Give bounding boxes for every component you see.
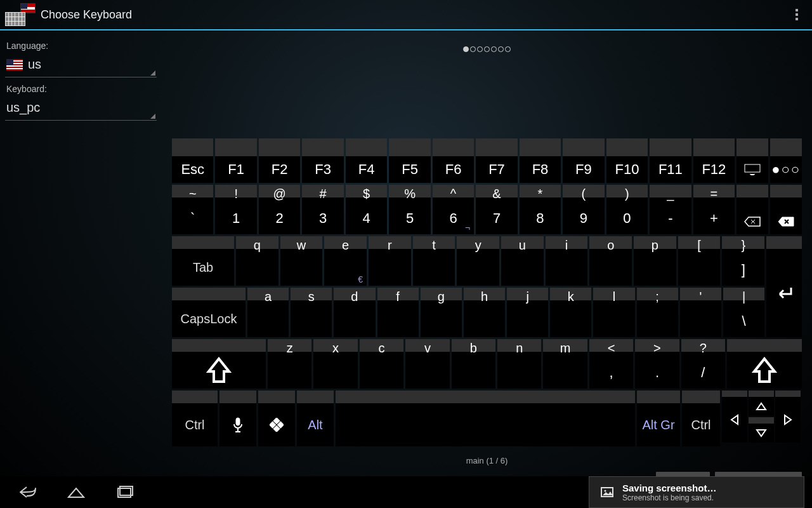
key-n[interactable]: n (497, 339, 541, 389)
key-4[interactable]: $4 (346, 185, 387, 234)
key-x[interactable]: x (313, 339, 357, 389)
key-page-switch[interactable]: ●○○ (770, 138, 802, 183)
pager-dot[interactable] (470, 46, 476, 52)
key-hide-keyboard[interactable] (737, 138, 768, 183)
key-f11[interactable]: F11 (650, 138, 691, 183)
keyboard-spinner[interactable]: us_pc (5, 97, 157, 121)
key-altgr[interactable]: Alt Gr (637, 391, 680, 446)
key-z[interactable]: z (268, 339, 311, 389)
key-e[interactable]: e€ (324, 236, 367, 286)
key-shift-left[interactable] (172, 339, 266, 389)
key-arrow-right[interactable] (775, 391, 801, 443)
key-f6[interactable]: F6 (433, 138, 474, 183)
key-f4[interactable]: F4 (346, 138, 387, 183)
pager-dot[interactable] (498, 46, 504, 52)
key-f7[interactable]: F7 (476, 138, 517, 183)
flag-icon (6, 59, 23, 70)
home-button[interactable] (56, 479, 96, 505)
key-c[interactable]: c (360, 339, 403, 389)
key-o[interactable]: o (589, 236, 632, 286)
key-f10[interactable]: F10 (606, 138, 648, 183)
key-,[interactable]: <, (589, 339, 633, 389)
key-u[interactable]: u (501, 236, 544, 286)
key-f2[interactable]: F2 (259, 138, 300, 183)
key-`[interactable]: ~` (172, 185, 213, 234)
key-p[interactable]: p (634, 236, 676, 286)
key-ctrl-right[interactable]: Ctrl (682, 391, 720, 446)
key-/[interactable]: ?/ (681, 339, 725, 389)
key-t[interactable]: t (413, 236, 455, 286)
key-d[interactable]: d (334, 288, 375, 337)
key-capslock[interactable]: CapsLock (172, 288, 246, 337)
back-button[interactable] (8, 479, 48, 505)
key-;[interactable]: ; (637, 288, 678, 337)
key-2[interactable]: @2 (259, 185, 300, 234)
svg-rect-5 (273, 425, 280, 432)
key-tab[interactable]: Tab (172, 236, 234, 286)
key-8[interactable]: *8 (520, 185, 561, 234)
key-3[interactable]: #3 (302, 185, 343, 234)
key-b[interactable]: b (452, 339, 495, 389)
overflow-menu-button[interactable] (787, 4, 807, 25)
key-arrow-down[interactable] (749, 417, 774, 443)
key-g[interactable]: g (421, 288, 462, 337)
language-value: us (28, 57, 41, 72)
key-alt[interactable]: Alt (297, 391, 334, 446)
key-k[interactable]: k (550, 288, 591, 337)
key-f[interactable]: f (377, 288, 419, 337)
language-spinner[interactable]: us (5, 53, 157, 77)
key-delete[interactable] (737, 185, 768, 234)
key-space[interactable] (336, 391, 635, 446)
pager-dot[interactable] (477, 46, 483, 52)
key-arrow-up[interactable] (749, 391, 774, 416)
key-super[interactable] (258, 391, 295, 446)
key-w[interactable]: w (280, 236, 323, 286)
key-7[interactable]: &7 (476, 185, 517, 234)
pager-dot[interactable] (505, 46, 511, 52)
key-j[interactable]: j (507, 288, 548, 337)
page-title: Choose Keyboard (41, 8, 132, 22)
key-.[interactable]: >. (635, 339, 679, 389)
key-f8[interactable]: F8 (520, 138, 561, 183)
key-f3[interactable]: F3 (302, 138, 343, 183)
key-r[interactable]: r (369, 236, 411, 286)
key-backspace[interactable] (770, 185, 802, 234)
key-arrow-left[interactable] (722, 391, 747, 443)
key-shift-right[interactable] (727, 339, 802, 389)
key-enter[interactable] (766, 236, 802, 337)
key-0[interactable]: )0 (606, 185, 648, 234)
key-v[interactable]: v (405, 339, 449, 389)
pager-dot[interactable] (484, 46, 490, 52)
key-6[interactable]: ^6¬ (433, 185, 474, 234)
language-label: Language: (6, 41, 157, 51)
key-l[interactable]: l (593, 288, 634, 337)
key-9[interactable]: (9 (563, 185, 604, 234)
key-[[interactable]: [ (678, 236, 721, 286)
key-|[interactable]: |\ (723, 288, 764, 337)
key-esc[interactable]: Esc (172, 138, 213, 183)
key-1[interactable]: !1 (215, 185, 256, 234)
key-a[interactable]: a (247, 288, 289, 337)
key-+[interactable]: =+ (693, 185, 735, 234)
recents-button[interactable] (104, 479, 145, 505)
key-f9[interactable]: F9 (563, 138, 604, 183)
key-f1[interactable]: F1 (215, 138, 256, 183)
toast-subtitle: Screenshot is being saved. (622, 493, 716, 502)
key-h[interactable]: h (464, 288, 505, 337)
screenshot-toast[interactable]: Saving screenshot… Screenshot is being s… (589, 476, 804, 508)
key--[interactable]: _- (650, 185, 691, 234)
key-f5[interactable]: F5 (389, 138, 430, 183)
key-q[interactable]: q (236, 236, 278, 286)
key-m[interactable]: m (543, 339, 587, 389)
pager-dot[interactable] (491, 46, 497, 52)
key-s[interactable]: s (291, 288, 332, 337)
key-'[interactable]: ' (680, 288, 721, 337)
key-f12[interactable]: F12 (693, 138, 735, 183)
key-5[interactable]: %5 (389, 185, 430, 234)
key-}[interactable]: }] (722, 236, 764, 286)
key-i[interactable]: i (546, 236, 588, 286)
pager-dot[interactable] (463, 46, 469, 52)
key-y[interactable]: y (457, 236, 499, 286)
key-mic[interactable] (219, 391, 256, 446)
key-ctrl-left[interactable]: Ctrl (172, 391, 218, 446)
